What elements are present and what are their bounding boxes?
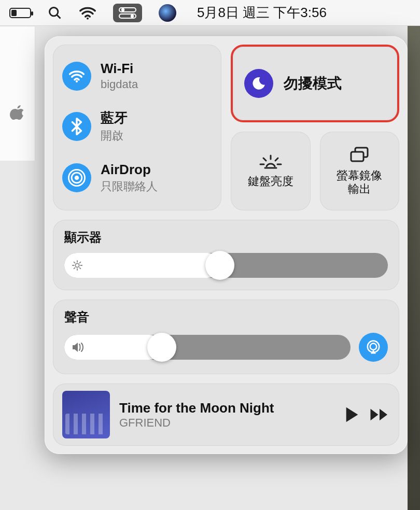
svg-line-26 [74, 268, 75, 269]
svg-rect-18 [351, 152, 363, 161]
svg-line-27 [80, 262, 81, 263]
do-not-disturb-toggle[interactable]: 勿擾模式 [231, 45, 399, 122]
keyboard-brightness-icon [259, 154, 282, 169]
bluetooth-text: 藍牙 開啟 [101, 109, 128, 144]
svg-point-2 [87, 17, 89, 19]
wifi-text: Wi-Fi bigdata [101, 61, 138, 91]
speaker-icon [72, 342, 85, 353]
wifi-icon [62, 62, 91, 91]
screen-mirroring-button[interactable]: 螢幕鏡像 輸出 [320, 132, 400, 210]
sound-title: 聲音 [64, 309, 388, 325]
wifi-network-name: bigdata [101, 78, 138, 91]
track-artist: GFRIEND [119, 416, 335, 430]
connectivity-card: Wi-Fi bigdata 藍牙 開啟 [53, 45, 221, 210]
svg-line-24 [74, 262, 75, 263]
moon-icon [244, 69, 273, 98]
sound-volume-slider[interactable] [64, 335, 351, 360]
apple-logo-icon [10, 104, 25, 122]
airplay-audio-button[interactable] [359, 333, 388, 362]
svg-line-25 [80, 268, 81, 269]
do-not-disturb-label: 勿擾模式 [284, 74, 342, 93]
svg-point-0 [50, 7, 58, 16]
display-card: 顯示器 [53, 220, 399, 290]
battery-icon[interactable] [9, 8, 31, 18]
next-track-button[interactable] [369, 407, 390, 422]
now-playing-card[interactable]: Time for the Moon Night GFRIEND [53, 384, 399, 446]
music-controls [344, 406, 390, 423]
display-slider-fill [64, 253, 220, 278]
sound-card: 聲音 [53, 300, 399, 374]
keyboard-brightness-label: 鍵盤亮度 [248, 175, 293, 188]
control-center-panel: Wi-Fi bigdata 藍牙 開啟 [45, 36, 408, 454]
svg-line-1 [57, 15, 61, 18]
svg-point-7 [76, 80, 78, 82]
now-playing-text: Time for the Moon Night GFRIEND [119, 400, 335, 430]
svg-line-13 [275, 158, 278, 161]
screen-mirroring-label: 螢幕鏡像 輸出 [337, 169, 382, 196]
bluetooth-status: 開啟 [101, 128, 128, 144]
menubar: 5月8日 週三 下午3:56 [0, 0, 420, 26]
brightness-low-icon [72, 260, 83, 271]
screen-mirroring-label-1: 螢幕鏡像 [337, 169, 382, 182]
svg-point-6 [131, 14, 134, 17]
display-slider-thumb[interactable] [205, 251, 234, 280]
airdrop-title: AirDrop [101, 162, 158, 178]
mini-cards-row: 鍵盤亮度 螢幕鏡像 輸出 [231, 132, 399, 210]
play-button[interactable] [344, 406, 360, 423]
screen-mirroring-icon [348, 146, 371, 164]
album-art [62, 391, 110, 438]
window-sidebar-strip [0, 26, 35, 161]
track-title: Time for the Moon Night [119, 400, 335, 416]
sound-slider-thumb[interactable] [147, 333, 176, 362]
svg-point-8 [75, 176, 79, 180]
airdrop-icon [62, 163, 91, 192]
spotlight-icon[interactable] [48, 6, 62, 20]
display-brightness-slider[interactable] [64, 253, 388, 278]
bluetooth-icon [62, 112, 91, 141]
wifi-toggle[interactable]: Wi-Fi bigdata [62, 61, 212, 91]
wifi-menubar-icon[interactable] [79, 6, 96, 20]
bluetooth-title: 藍牙 [101, 109, 128, 127]
keyboard-brightness-button[interactable]: 鍵盤亮度 [231, 132, 311, 210]
svg-point-4 [121, 8, 124, 11]
menubar-datetime[interactable]: 5月8日 週三 下午3:56 [197, 4, 327, 22]
control-center-menubar-icon[interactable] [113, 4, 142, 22]
display-title: 顯示器 [64, 229, 388, 246]
right-column: 勿擾模式 鍵盤亮度 [231, 45, 399, 210]
wifi-title: Wi-Fi [101, 61, 138, 77]
svg-point-29 [370, 344, 377, 350]
screen-mirroring-label-2: 輸出 [348, 182, 371, 195]
svg-point-19 [75, 263, 79, 267]
control-center-row-1: Wi-Fi bigdata 藍牙 開啟 [53, 45, 399, 210]
svg-line-12 [263, 158, 266, 161]
airdrop-status: 只限聯絡人 [101, 179, 158, 194]
siri-icon[interactable] [159, 4, 176, 22]
airdrop-text: AirDrop 只限聯絡人 [101, 162, 158, 194]
bluetooth-toggle[interactable]: 藍牙 開啟 [62, 109, 212, 144]
background-peek [408, 26, 420, 510]
airdrop-toggle[interactable]: AirDrop 只限聯絡人 [62, 162, 212, 194]
